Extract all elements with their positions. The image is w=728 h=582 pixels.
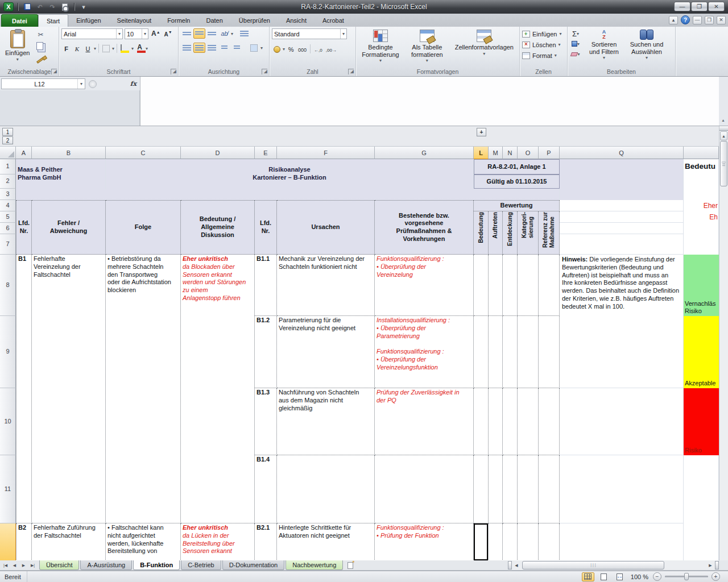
dialog-launcher-icon[interactable]: ◢: [262, 69, 267, 74]
column-header-d[interactable]: D: [181, 147, 255, 159]
cell-q6[interactable]: [560, 223, 684, 234]
fill-button[interactable]: ▾: [570, 39, 581, 48]
cell-f10-ursache[interactable]: Nachführung von Schachteln aus dem Magaz…: [277, 388, 375, 455]
cell-r2[interactable]: [684, 174, 719, 189]
dialog-launcher-icon[interactable]: ◢: [171, 69, 176, 74]
percent-button[interactable]: %: [286, 44, 296, 54]
cell-p10[interactable]: [539, 388, 560, 455]
cell-e9-b12[interactable]: B1.2: [255, 316, 277, 388]
fill-color-button[interactable]: [119, 43, 130, 53]
cell-q1[interactable]: [560, 159, 684, 174]
header-lfd-nr-2[interactable]: Lfd. Nr.: [255, 200, 277, 255]
row-header-12[interactable]: [0, 523, 16, 560]
cell-g8-pruef[interactable]: Funktionsqualifizierung : • Überprüfung …: [375, 255, 474, 316]
minimize-ribbon-button[interactable]: ▴: [669, 16, 678, 24]
column-header-c[interactable]: C: [106, 147, 181, 159]
header-rating-referenz[interactable]: Referenz zur Maßnahme: [539, 211, 560, 255]
cell-r12[interactable]: [684, 523, 719, 560]
workbook-close-button[interactable]: ✕: [717, 16, 726, 24]
borders-button[interactable]: [101, 43, 111, 53]
cell-r8-risk-green[interactable]: Vernachläs Risiko: [684, 255, 719, 316]
column-header-e[interactable]: E: [255, 147, 277, 159]
cut-button[interactable]: ✂: [35, 30, 46, 40]
cell-d12-bedeutung[interactable]: Eher unkritischda Lücken in der Bereitst…: [181, 523, 255, 560]
cell-e12-b21[interactable]: B2.1: [255, 523, 277, 560]
chevron-down-icon[interactable]: ▾: [77, 79, 85, 89]
cell-q3[interactable]: [560, 189, 684, 200]
cell-r5[interactable]: Eh: [684, 211, 719, 223]
column-header-o[interactable]: O: [518, 147, 539, 159]
cell-g10-pruef[interactable]: Prüfung der Zuverlässigkeit in der PQ: [375, 388, 474, 455]
column-header-f[interactable]: F: [277, 147, 375, 159]
cell-d8-bedeutung[interactable]: Eher unkritischda Blockaden über Sensore…: [181, 255, 255, 523]
underline-button[interactable]: U: [83, 43, 93, 53]
conditional-formatting-button[interactable]: Bedingte Formatierung ▾: [358, 28, 403, 64]
header-rating-entdeckung[interactable]: Entdeckung: [503, 211, 518, 255]
tab-ansicht[interactable]: Ansicht: [278, 14, 315, 27]
first-sheet-button[interactable]: |◀: [1, 561, 10, 569]
cell-ref[interactable]: RA-8.2-01, Anlage 1: [474, 159, 560, 174]
cell-n8[interactable]: [503, 255, 518, 316]
help-icon[interactable]: ?: [681, 15, 690, 24]
cell-e10-b13[interactable]: B1.3: [255, 388, 277, 455]
cell-p11[interactable]: [539, 455, 560, 523]
cell-p12[interactable]: [539, 523, 560, 560]
decrease-indent-button[interactable]: [218, 43, 230, 53]
zoom-slider-thumb[interactable]: [684, 573, 689, 580]
row-header-7[interactable]: 7: [0, 234, 16, 255]
cell-r9-risk-yellow[interactable]: Akzeptable: [684, 316, 719, 388]
cell-m8[interactable]: [489, 255, 503, 316]
merge-center-button[interactable]: [248, 43, 260, 53]
dialog-launcher-icon[interactable]: ◢: [51, 69, 57, 74]
collapse-formula-bar-button[interactable]: ▴: [719, 117, 727, 124]
cell-g9-pruef[interactable]: Installationsqualifizierung : • Überprüf…: [375, 316, 474, 388]
tab-einfuegen[interactable]: Einfügen: [68, 14, 109, 27]
sheet-tab-b-funktion[interactable]: B-Funktion: [133, 560, 180, 570]
align-bottom-button[interactable]: [206, 28, 218, 39]
cell-r6[interactable]: [684, 223, 719, 234]
cell-f8-ursache[interactable]: Mechanik zur Vereinzelung der Schachteln…: [277, 255, 375, 316]
font-name-select[interactable]: Arial ▾: [61, 28, 123, 39]
row-header-3[interactable]: 3: [0, 189, 16, 200]
prev-sheet-button[interactable]: ◀: [10, 561, 19, 569]
horizontal-scroll-thumb[interactable]: [522, 561, 664, 569]
header-folge[interactable]: Folge: [106, 200, 181, 255]
cell-l8[interactable]: [474, 255, 489, 316]
cell-n9[interactable]: [503, 316, 518, 388]
row-header-2[interactable]: 2: [0, 174, 16, 189]
sheet-tab-a-ausruestung[interactable]: A-Ausrüstung: [80, 560, 132, 570]
column-header-b[interactable]: B: [32, 147, 106, 159]
cell-doc-title[interactable]: Risikoanalyse Kartonierer – B-Funktion: [106, 159, 474, 189]
cell-o12[interactable]: [518, 523, 539, 560]
scroll-left-button[interactable]: ◀: [512, 561, 521, 569]
horizontal-scrollbar[interactable]: ◀ ▶: [508, 560, 719, 570]
cell-b8-fehler[interactable]: Fehlerhafte Vereinzelung der Faltschacht…: [32, 255, 106, 523]
workbook-restore-button[interactable]: ❐: [705, 16, 714, 24]
page-break-view-button[interactable]: [614, 572, 626, 581]
thousands-button[interactable]: 000: [297, 44, 308, 54]
cell-q5[interactable]: [560, 211, 684, 223]
cell-r4[interactable]: Eher: [684, 200, 719, 211]
last-sheet-button[interactable]: ▶|: [28, 561, 37, 569]
cell-p8[interactable]: [539, 255, 560, 316]
cell-f9-ursache[interactable]: Parametrierung für die Vereinzelung nich…: [277, 316, 375, 388]
cell-r1[interactable]: Bedeutu: [684, 159, 719, 174]
select-all-corner[interactable]: [0, 147, 16, 159]
scroll-up-button[interactable]: ▲: [720, 131, 727, 140]
orientation-button[interactable]: ab̸: [218, 28, 230, 39]
workbook-minimize-button[interactable]: —: [693, 16, 702, 24]
column-header-q[interactable]: Q: [560, 147, 684, 159]
cell-l9[interactable]: [474, 316, 489, 388]
decrease-decimal-button[interactable]: ,00→: [325, 44, 338, 54]
cell-n10[interactable]: [503, 388, 518, 455]
cell-q8-hinweis[interactable]: Hinweis: Die vorliegende Einstufung der …: [560, 255, 684, 388]
cell-q12[interactable]: [560, 523, 684, 560]
cell-q10[interactable]: [560, 388, 684, 455]
undo-button[interactable]: ↶: [35, 2, 45, 11]
cell-o8[interactable]: [518, 255, 539, 316]
row-header-10[interactable]: 10: [0, 388, 16, 455]
cell-styles-button[interactable]: Zellenformatvorlagen ▾: [452, 28, 517, 57]
minimize-button[interactable]: —: [674, 2, 690, 11]
zoom-out-button[interactable]: −: [653, 572, 661, 581]
excel-app-icon[interactable]: X: [3, 2, 14, 11]
